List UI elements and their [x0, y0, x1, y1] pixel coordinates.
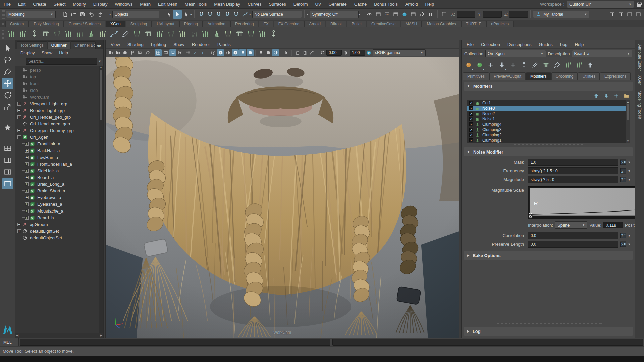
- chevron-down-icon[interactable]: ▼: [98, 60, 101, 63]
- outliner-item-beard-a[interactable]: +Beard_a: [15, 174, 99, 181]
- side-tab-xgen[interactable]: XGen: [637, 75, 642, 86]
- menu-mesh[interactable]: Mesh: [136, 2, 154, 7]
- outliner-item-frontunderhair-a[interactable]: +FrontUnderHair_a: [15, 161, 99, 167]
- xgen-menu-collection[interactable]: Collection: [477, 42, 504, 47]
- noise-modifier-section-header[interactable]: ▼ Noise Modifier: [464, 147, 633, 156]
- view-transform-combo[interactable]: sRGB gamma ▼: [373, 49, 426, 56]
- pause-viewport-icon[interactable]: [426, 10, 435, 19]
- expression-icon[interactable]: ∑: [620, 177, 627, 182]
- outliner-item-eyelashes-a[interactable]: +Eyelashes_a: [15, 201, 99, 207]
- shelf-tab-rigging[interactable]: Rigging: [179, 21, 203, 27]
- modifier-item-cut1[interactable]: ✓Cut1: [467, 100, 626, 106]
- select-camera-icon[interactable]: [107, 49, 114, 56]
- menu-create[interactable]: Create: [29, 2, 50, 7]
- viewport-menu-renderer[interactable]: Renderer: [188, 42, 214, 47]
- xgen-menu-descriptions[interactable]: Descriptions: [504, 42, 535, 47]
- field-chart-icon[interactable]: [184, 49, 191, 56]
- command-input-field[interactable]: [20, 339, 330, 346]
- xgen-add-guide-icon[interactable]: [17, 28, 28, 39]
- xgen-smooth-brush-icon[interactable]: [200, 28, 211, 39]
- outliner-item-top[interactable]: top: [15, 73, 99, 80]
- scroll-up-icon[interactable]: ▲: [626, 100, 630, 103]
- xgen-width-brush-icon[interactable]: [154, 28, 165, 39]
- menu-set-combo[interactable]: Modeling ▼: [6, 11, 56, 18]
- viewport-select-icon[interactable]: [283, 49, 290, 56]
- chevron-down-icon[interactable]: ▼: [627, 169, 632, 173]
- mel-toggle-button[interactable]: MEL: [0, 338, 19, 346]
- safe-title-icon[interactable]: T: [199, 49, 206, 56]
- resolution-gate-icon[interactable]: [169, 49, 176, 56]
- modifier-enabled-checkbox[interactable]: ✓: [469, 101, 473, 105]
- menu-select[interactable]: Select: [50, 2, 69, 7]
- copy-layer-icon[interactable]: [301, 49, 308, 56]
- toggle-tool-settings-icon[interactable]: [616, 10, 625, 19]
- outliner-item-beard-b[interactable]: +Beard_b: [15, 214, 99, 221]
- panel-tab-channel-box[interactable]: Channel Box: [71, 41, 96, 49]
- xgen-tab-primitives[interactable]: Primitives: [463, 72, 489, 80]
- layout-persp-outliner[interactable]: [2, 155, 13, 166]
- expand-icon[interactable]: +: [25, 162, 29, 166]
- expand-icon[interactable]: +: [17, 102, 21, 106]
- modifier-enabled-checkbox[interactable]: ✓: [469, 122, 473, 126]
- xgen-elevation-brush-icon[interactable]: [223, 28, 233, 39]
- xgen-density-mask-icon[interactable]: [574, 60, 584, 70]
- expand-icon[interactable]: +: [25, 202, 29, 206]
- xgen-edit-guides-icon[interactable]: [120, 28, 131, 39]
- outliner-item-ori-head-xgen-geo[interactable]: Ori_Head_xgen_geo: [15, 120, 99, 127]
- render-current-frame-icon[interactable]: [374, 10, 383, 19]
- outliner-item-moustache-a[interactable]: +Moustache_a: [15, 207, 99, 214]
- viewport-menu-view[interactable]: View: [107, 42, 124, 47]
- image-plane-icon[interactable]: [137, 49, 144, 56]
- save-scene-icon[interactable]: [78, 10, 87, 19]
- menu-file[interactable]: File: [0, 2, 14, 7]
- xgen-cut-hair-icon[interactable]: [52, 28, 62, 39]
- render-view-icon[interactable]: [365, 10, 374, 19]
- input-field-selector-icon[interactable]: [440, 10, 449, 19]
- undo-icon[interactable]: [87, 10, 96, 19]
- select-by-object-icon[interactable]: [173, 10, 182, 19]
- chevron-down-icon[interactable]: ▼: [627, 243, 632, 246]
- shelf-icons-grip[interactable]: [2, 29, 4, 39]
- modifier-item-noise1[interactable]: ✓Noise1: [467, 116, 626, 122]
- shelf-tab-mash[interactable]: MASH: [401, 21, 422, 27]
- snap-to-grid-icon[interactable]: [197, 10, 206, 19]
- toggle-attribute-editor-icon[interactable]: [625, 10, 634, 19]
- gate-mask-icon[interactable]: [177, 49, 184, 56]
- outliner-item-ori-xgen[interactable]: −Ori_Xgen: [15, 134, 99, 140]
- expand-icon[interactable]: +: [25, 209, 29, 213]
- xgen-menu-help[interactable]: Help: [571, 42, 587, 47]
- workspace-combo[interactable]: Custom UI* ▼: [567, 1, 634, 8]
- layout-persp-graph[interactable]: [2, 167, 13, 177]
- scroll-down-icon[interactable]: ▼: [626, 140, 630, 143]
- modifiers-section-header[interactable]: ▼ Modifiers: [464, 82, 633, 90]
- shelf-tab-uvlayout[interactable]: UVLayout: [152, 21, 179, 27]
- shelf-tab-rendering[interactable]: Rendering: [230, 21, 258, 27]
- outliner-hscrollbar[interactable]: ◀ ▶: [15, 333, 103, 338]
- flyout-icon[interactable]: ▾: [109, 13, 111, 16]
- xgen-noise-brush-icon[interactable]: [74, 28, 85, 39]
- grid-icon[interactable]: [155, 49, 162, 56]
- viewport-canvas[interactable]: WorkCam: [106, 57, 459, 338]
- menu-cache[interactable]: Cache: [351, 2, 371, 7]
- xgen-menu-log[interactable]: Log: [556, 42, 571, 47]
- x-coordinate-field[interactable]: [457, 11, 475, 18]
- correlation-field[interactable]: 0.0: [528, 232, 618, 239]
- xgen-groomable-splines-icon[interactable]: [131, 28, 142, 39]
- render-setup-icon[interactable]: [409, 10, 418, 19]
- menu-curves[interactable]: Curves: [244, 2, 265, 7]
- preserve-length-field[interactable]: 0.0: [528, 241, 618, 248]
- expand-icon[interactable]: +: [25, 216, 29, 220]
- splitter-dots[interactable]: [462, 322, 635, 325]
- menu-edit-mesh[interactable]: Edit Mesh: [154, 2, 181, 7]
- shelf-tab-arnold[interactable]: Arnold: [304, 21, 325, 27]
- outliner-item-xggroom[interactable]: +xgGroom: [15, 221, 99, 228]
- safe-action-icon[interactable]: A: [192, 49, 199, 56]
- xgen-import-presets-icon[interactable]: [497, 60, 507, 70]
- outliner-item-lowhair-a[interactable]: +LowHair_a: [15, 154, 99, 161]
- shelf-tab-animation[interactable]: Animation: [203, 21, 230, 27]
- color-management-on-icon[interactable]: ON: [365, 49, 372, 56]
- shelf-tab-poly-modeling[interactable]: Poly Modeling: [29, 21, 63, 27]
- side-tab-modeling-toolkit[interactable]: Modeling Toolkit: [637, 90, 642, 119]
- viewport-menu-lighting[interactable]: Lighting: [147, 42, 170, 47]
- xgen-tab-preview-output[interactable]: Preview/Output: [489, 72, 526, 80]
